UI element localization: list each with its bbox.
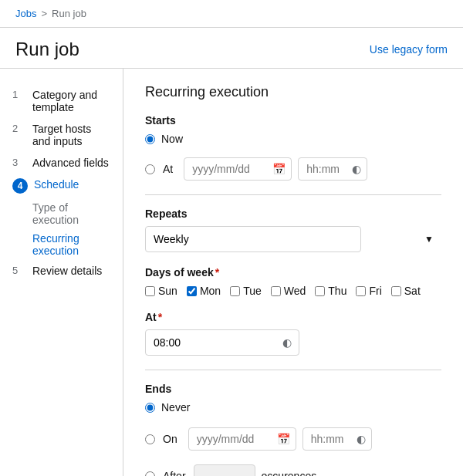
starts-at-radio[interactable] bbox=[145, 164, 155, 174]
day-wed-label[interactable]: Wed bbox=[284, 285, 306, 297]
starts-time-input[interactable] bbox=[298, 157, 367, 181]
at-time-input[interactable] bbox=[145, 329, 299, 356]
starts-date-wrap: 📅 bbox=[184, 157, 292, 181]
ends-on-radio[interactable] bbox=[145, 434, 155, 444]
starts-at-row: At 📅 ◐ bbox=[145, 157, 441, 181]
day-sun-label[interactable]: Sun bbox=[158, 285, 177, 297]
ends-time-wrap: ◐ bbox=[302, 427, 372, 451]
day-wed: Wed bbox=[271, 285, 306, 297]
ends-after-radio[interactable] bbox=[145, 471, 155, 477]
breadcrumb-separator: > bbox=[41, 8, 47, 19]
ends-after-label[interactable]: After bbox=[163, 470, 186, 476]
day-thu: Thu bbox=[315, 285, 346, 297]
day-tue-label[interactable]: Tue bbox=[243, 285, 262, 297]
days-row: Sun Mon Tue Wed Thu bbox=[145, 285, 441, 297]
starts-at-label[interactable]: At bbox=[163, 163, 173, 175]
sidebar-sub-recurring[interactable]: Recurring execution bbox=[0, 229, 123, 260]
divider-1 bbox=[145, 194, 441, 195]
ends-never-row: Never bbox=[145, 401, 441, 414]
ends-never-label[interactable]: Never bbox=[161, 401, 190, 414]
ends-radio-group: Never On 📅 ◐ bbox=[145, 401, 441, 476]
step-num-5: 5 bbox=[12, 265, 26, 276]
day-sat-checkbox[interactable] bbox=[391, 286, 401, 296]
sidebar-item-advanced[interactable]: 3 Advanced fields bbox=[0, 152, 123, 174]
chevron-down-icon: ▼ bbox=[424, 234, 434, 245]
sidebar-item-target[interactable]: 2 Target hosts and inputs bbox=[0, 118, 123, 152]
step-num-2: 2 bbox=[12, 123, 26, 134]
page-header: Run job Use legacy form bbox=[0, 28, 463, 69]
sidebar-label-5: Review details bbox=[32, 265, 102, 277]
sidebar: 1 Category and template 2 Target hosts a… bbox=[0, 69, 123, 476]
repeats-select-wrap: Minutes Hourly Daily Weekly Monthly ▼ bbox=[145, 226, 441, 252]
days-required-star: * bbox=[215, 266, 219, 279]
sidebar-label-2: Target hosts and inputs bbox=[32, 123, 110, 147]
breadcrumb-jobs-link[interactable]: Jobs bbox=[15, 8, 36, 19]
main-layout: 1 Category and template 2 Target hosts a… bbox=[0, 69, 463, 476]
sidebar-sub-label-recurring: Recurring execution bbox=[32, 232, 79, 257]
days-of-week-group: Days of week* Sun Mon Tue Wed bbox=[145, 266, 441, 297]
step-num-3: 3 bbox=[12, 157, 26, 168]
occurrences-input[interactable] bbox=[194, 464, 255, 476]
day-thu-label[interactable]: Thu bbox=[328, 285, 346, 297]
ends-date-input[interactable] bbox=[188, 427, 296, 451]
at-required-star: * bbox=[158, 311, 162, 323]
main-content: Recurring execution Starts Now At 📅 bbox=[123, 69, 463, 476]
at-time-label: At* bbox=[145, 311, 441, 323]
ends-label: Ends bbox=[145, 383, 441, 395]
breadcrumb-current: Run job bbox=[52, 8, 86, 19]
sidebar-label-3: Advanced fields bbox=[32, 157, 109, 169]
at-time-group: At* ◐ bbox=[145, 311, 441, 356]
starts-now-label[interactable]: Now bbox=[161, 133, 183, 145]
day-fri: Fri bbox=[356, 285, 381, 297]
starts-label: Starts bbox=[145, 114, 441, 127]
day-sun-checkbox[interactable] bbox=[145, 286, 155, 296]
day-tue-checkbox[interactable] bbox=[230, 286, 240, 296]
sidebar-sub-label-type: Type of execution bbox=[32, 201, 79, 226]
sidebar-label-4: Schedule bbox=[34, 178, 79, 191]
day-wed-checkbox[interactable] bbox=[271, 286, 281, 296]
day-fri-checkbox[interactable] bbox=[356, 286, 366, 296]
repeats-label: Repeats bbox=[145, 208, 441, 220]
use-legacy-link[interactable]: Use legacy form bbox=[370, 43, 448, 56]
starts-date-input[interactable] bbox=[184, 157, 292, 181]
page-title: Run job bbox=[15, 39, 79, 60]
ends-on-row: On 📅 ◐ bbox=[145, 427, 441, 451]
starts-group: Starts Now At 📅 bbox=[145, 114, 441, 181]
divider-2 bbox=[145, 370, 441, 370]
days-of-week-label: Days of week* bbox=[145, 266, 441, 279]
day-mon-label[interactable]: Mon bbox=[200, 285, 221, 297]
day-mon: Mon bbox=[187, 285, 221, 297]
occurrences-row: occurences bbox=[194, 464, 317, 476]
sidebar-item-review[interactable]: 5 Review details bbox=[0, 260, 123, 282]
step-num-4: 4 bbox=[12, 178, 28, 194]
day-tue: Tue bbox=[230, 285, 262, 297]
ends-group: Ends Never On 📅 bbox=[145, 383, 441, 476]
day-mon-checkbox[interactable] bbox=[187, 286, 197, 296]
ends-after-row: After occurences bbox=[145, 464, 441, 476]
sidebar-label-1: Category and template bbox=[32, 89, 110, 113]
day-sat: Sat bbox=[391, 285, 421, 297]
day-sat-label[interactable]: Sat bbox=[404, 285, 421, 297]
ends-time-input[interactable] bbox=[302, 427, 372, 451]
occurrences-label: occurences bbox=[262, 470, 317, 476]
step-num-1: 1 bbox=[12, 89, 26, 100]
ends-on-label[interactable]: On bbox=[163, 433, 177, 445]
sidebar-item-schedule[interactable]: 4 Schedule bbox=[0, 174, 123, 198]
sidebar-sub-type[interactable]: Type of execution bbox=[0, 198, 123, 229]
section-title: Recurring execution bbox=[145, 84, 441, 100]
starts-time-wrap: ◐ bbox=[298, 157, 367, 181]
ends-never-radio[interactable] bbox=[145, 403, 155, 413]
sidebar-item-category[interactable]: 1 Category and template bbox=[0, 84, 123, 118]
day-thu-checkbox[interactable] bbox=[315, 286, 325, 296]
starts-now-row: Now bbox=[145, 133, 441, 145]
starts-now-radio[interactable] bbox=[145, 134, 155, 144]
starts-radio-group: Now At 📅 ◐ bbox=[145, 133, 441, 181]
starts-datetime: 📅 ◐ bbox=[184, 157, 367, 181]
ends-date-wrap: 📅 bbox=[188, 427, 296, 451]
repeats-select[interactable]: Minutes Hourly Daily Weekly Monthly bbox=[145, 226, 361, 252]
at-time-wrap: ◐ bbox=[145, 329, 299, 356]
day-sun: Sun bbox=[145, 285, 177, 297]
repeats-group: Repeats Minutes Hourly Daily Weekly Mont… bbox=[145, 208, 441, 252]
breadcrumb: Jobs > Run job bbox=[0, 0, 463, 28]
day-fri-label[interactable]: Fri bbox=[369, 285, 381, 297]
